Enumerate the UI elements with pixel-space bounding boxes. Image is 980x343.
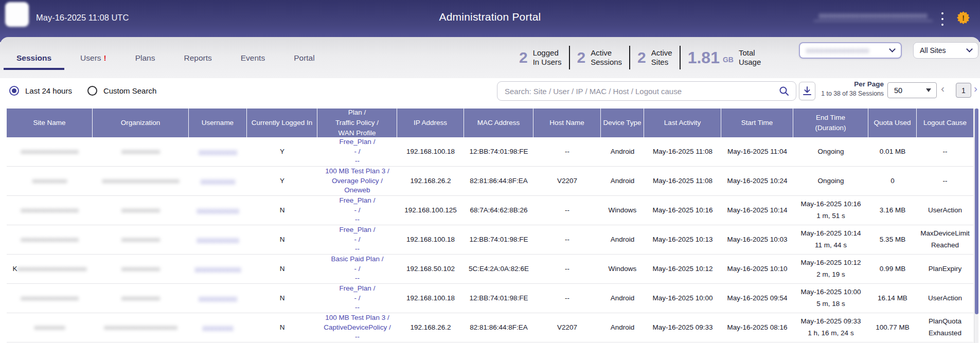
table-row[interactable]: oooooooo ooooooooooooooooooo oooooooo N … <box>7 313 973 342</box>
cell-currently-logged-in: N <box>247 225 317 254</box>
column-header[interactable]: Device Type <box>601 109 644 137</box>
cell-ip-address: 192.168.100.18 <box>397 137 464 166</box>
username-link-blurred[interactable]: oooooooooo <box>199 293 237 304</box>
table-body: ooooooooooooooo oooooooooo oooooooooo Y … <box>7 137 973 342</box>
cell-logout-cause: -- <box>917 167 973 195</box>
user-email-link-blurred[interactable]: oooooooooooooooooooooooo <box>814 11 933 21</box>
table-row[interactable]: ooooooooooooooo oooooooooo oooooooooo N … <box>7 284 973 313</box>
page-size-select[interactable]: 50 <box>887 82 937 98</box>
tab-portal[interactable]: Portal <box>281 51 328 70</box>
scrollbar-thumb[interactable] <box>975 109 978 314</box>
cell-mac-address: 5C:E4:2A:0A:82:6E <box>464 255 533 283</box>
stat-value: 1.81 <box>688 48 720 67</box>
username-link-blurred[interactable]: oooooooooooo <box>194 263 241 275</box>
cell-username: oooooooooo <box>189 284 247 313</box>
cell-quota-used: 16.14 MB <box>868 284 917 313</box>
next-page-button[interactable]: › <box>974 82 977 95</box>
organization-dropdown[interactable]: oooooooooooooo <box>799 42 902 59</box>
cell-plan-link[interactable]: Free_Plan / - / -- <box>317 225 397 254</box>
cell-plan-link[interactable]: 100 MB Test Plan 3 / CaptiveDevicePolicy… <box>317 313 397 342</box>
tab-sessions[interactable]: Sessions <box>4 51 64 70</box>
current-page-button[interactable]: 1 <box>956 83 971 98</box>
table-row[interactable]: ooooooooooooooo oooooooooo ooooooooooo N… <box>7 225 973 255</box>
table-row[interactable]: K oooooooooooooooooo oooooooooo oooooooo… <box>7 255 973 284</box>
organization-blurred: oooooooooo <box>121 234 160 246</box>
cell-plan-link[interactable]: Free_Plan / - / -- <box>317 284 397 313</box>
column-header[interactable]: Organization <box>93 109 189 137</box>
tab-reports-label: Reports <box>184 53 212 62</box>
stat-value: 2 <box>577 49 586 66</box>
cell-plan-link[interactable]: Basic Paid Plan / - / -- <box>317 255 397 283</box>
column-header[interactable]: End Time (Duration) <box>793 109 868 137</box>
site-name-blurred: ooooooooo <box>32 175 67 187</box>
column-header[interactable]: Username <box>189 109 247 137</box>
column-header[interactable]: Start Time <box>721 109 793 137</box>
tab-plans[interactable]: Plans <box>122 51 168 70</box>
search-icon[interactable] <box>779 86 789 96</box>
stat-logged-in-users: 2 Logged In Users <box>512 48 569 67</box>
cell-ip-address: 192.168.100.18 <box>397 284 464 313</box>
download-button[interactable] <box>799 82 815 100</box>
sites-dropdown[interactable]: All Sites <box>913 42 978 59</box>
vertical-scrollbar[interactable] <box>974 109 978 343</box>
cell-plan-link[interactable]: 100 MB Test Plan 3 / Overage Policy / On… <box>317 167 397 195</box>
table-row[interactable]: ooooooooo oooooooooooooooooooo ooooooooo… <box>7 167 973 196</box>
download-icon <box>803 86 812 96</box>
per-page-label: Per Page <box>815 80 884 88</box>
site-name-blurred: ooooooooooooooo <box>21 293 79 304</box>
cell-host-name: V2207 <box>533 167 601 195</box>
tab-reports[interactable]: Reports <box>171 51 225 70</box>
radio-last-24-hours[interactable]: Last 24 hours <box>9 86 72 96</box>
username-link-blurred[interactable]: ooooooooooo <box>197 205 239 216</box>
cell-site-name: ooooooooo <box>7 167 93 195</box>
username-link-blurred[interactable]: ooooooooooo <box>197 234 239 246</box>
table-row[interactable]: ooooooooooooooo oooooooooo ooooooooooo N… <box>7 196 973 225</box>
stat-label: Active Sessions <box>591 48 622 67</box>
cell-device-type: Android <box>601 284 644 313</box>
column-header[interactable]: MAC Address <box>464 109 533 137</box>
session-search <box>497 81 796 101</box>
radio-unselected-icon[interactable] <box>87 86 97 96</box>
column-header[interactable]: IP Address <box>397 109 464 137</box>
tab-events-label: Events <box>241 53 265 62</box>
column-header[interactable]: Quota Used <box>868 109 917 137</box>
cell-site-name: ooooooooooooooo <box>7 284 93 313</box>
column-header[interactable]: Last Activity <box>644 109 721 137</box>
tab-users[interactable]: Users! <box>67 51 119 70</box>
cell-device-type: Android <box>601 225 644 254</box>
cell-end-time: May-16-2025 10:14 11 m, 44 s <box>793 225 868 254</box>
search-input[interactable] <box>497 81 796 101</box>
stats-summary: 2 Logged In Users 2 Active Sessions 2 Ac… <box>512 43 768 72</box>
column-header[interactable]: Currently Logged In <box>247 109 317 137</box>
column-header[interactable]: Site Name <box>7 109 93 137</box>
cell-device-type: Windows <box>601 196 644 225</box>
cell-username: ooooooooo <box>189 167 247 195</box>
column-header[interactable]: Host Name <box>533 109 601 137</box>
stat-total-usage: 1.81 GB Total Usage <box>681 48 769 67</box>
sites-dropdown-value: All Sites <box>920 46 946 55</box>
cell-organization: oooooooooooooooooooo <box>93 167 189 195</box>
previous-page-button[interactable]: ‹ <box>941 82 945 95</box>
username-link-blurred[interactable]: oooooooooo <box>199 146 237 158</box>
time-filter-radios: Last 24 hours Custom Search <box>9 86 156 96</box>
tab-events[interactable]: Events <box>228 51 278 70</box>
cell-mac-address: 12:BB:74:01:98:FE <box>464 225 533 254</box>
organization-blurred: oooooooooo <box>121 263 160 275</box>
column-header[interactable]: Logout Cause <box>917 109 973 137</box>
table-row[interactable]: ooooooooooooooo oooooooooo oooooooooo Y … <box>7 137 973 167</box>
site-name-blurred: oooooooooooooooooo <box>17 263 86 275</box>
username-link-blurred[interactable]: oooooooo <box>202 322 233 334</box>
kebab-menu-icon[interactable] <box>938 11 947 27</box>
cell-plan-link[interactable]: Free_Plan / - / -- <box>317 196 397 225</box>
username-link-blurred[interactable]: ooooooooo <box>201 175 236 187</box>
cell-quota-used: 0.99 MB <box>868 255 917 283</box>
stat-active-sites: 2 Active Sites <box>630 48 680 67</box>
cell-logout-cause: PlanExpiry <box>917 255 973 283</box>
radio-custom-search[interactable]: Custom Search <box>87 86 156 96</box>
stat-value: 2 <box>637 49 646 66</box>
stat-unit: GB <box>723 56 734 64</box>
column-header[interactable]: Plan / Traffic Policy / WAN Profile <box>317 109 397 137</box>
cell-quota-used: 100.77 MB <box>868 313 917 342</box>
radio-selected-icon[interactable] <box>9 86 19 96</box>
cell-plan-link[interactable]: Free_Plan / - / -- <box>317 137 397 166</box>
